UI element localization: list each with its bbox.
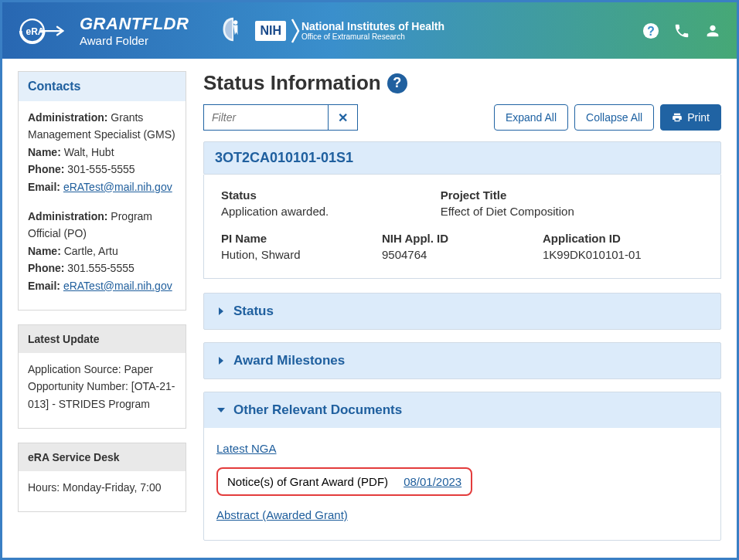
email-link[interactable]: eRATest@mail.nih.gov [63,181,172,193]
name-label: Name: [28,146,61,158]
pi-name-label: PI Name [221,232,382,245]
service-desk-body: Hours: Monday-Friday, 7:00 [19,471,186,511]
help-circle-icon[interactable]: ? [387,73,407,93]
application-id-value: 1K99DK010101-01 [543,248,703,261]
admin-label: Administration: [28,111,107,124]
app-header: eRA GRANTFLDR Award Folder NIH National … [2,2,737,59]
email-label: Email: [28,280,60,292]
chevron-right-icon [216,307,226,316]
contact-po: Administration: Program Official (PO) Na… [28,208,176,294]
docs-body: Latest NGA Notice(s) of Grant Award (PDF… [204,428,720,540]
chevron-down-icon [216,406,226,415]
project-title-label: Project Title [441,188,703,202]
contacts-panel: Contacts Administration: Grants Manageme… [18,71,186,311]
name-value: Walt, Hubt [61,146,114,158]
section-docs-label: Other Relevant Documents [233,402,402,418]
contacts-title: Contacts [19,72,186,101]
phone-value: 301-555-5555 [64,163,135,175]
help-icon[interactable]: ? [642,22,659,39]
info-card: Status Application awarded. Project Titl… [203,175,721,279]
nih-appl-id-value: 9504764 [382,248,543,261]
email-link[interactable]: eRATest@mail.nih.gov [63,280,172,292]
latest-update-body: Application Source: Paper Opportunity Nu… [19,353,186,428]
status-value: Application awarded. [221,205,441,218]
section-docs: Other Relevant Documents Latest NGA Noti… [203,392,721,541]
nih-appl-id-label: NIH Appl. ID [382,232,543,245]
email-label: Email: [28,181,60,193]
service-desk-title: eRA Service Desk [19,443,186,471]
collapse-all-button[interactable]: Collapse All [574,104,654,131]
filter-wrap: ✕ [203,104,358,131]
grant-id: 3OT2CA010101-01S1 [203,141,721,175]
print-icon [672,112,683,123]
toolbar: ✕ Expand All Collapse All Print [203,104,721,131]
main-content: Status Information ? ✕ Expand All Collap… [203,71,721,553]
hhs-logo-icon [220,15,247,46]
name-value: Cartle, Artu [61,245,118,257]
pi-name-value: Hution, Shward [221,248,382,261]
nih-badge: NIH [255,21,286,41]
phone-label: Phone: [28,163,64,175]
section-status-label: Status [233,304,274,319]
application-id-label: Application ID [543,232,703,245]
page-title: Status Information [203,71,381,95]
nih-block: NIH National Institutes of Health Office… [255,18,444,44]
nih-bracket-icon [291,18,301,44]
svg-text:eRA: eRA [26,25,45,36]
status-label: Status [221,188,441,202]
app-title: GRANTFLDR [80,14,189,34]
section-milestones-label: Award Milestones [233,353,345,368]
section-status[interactable]: Status [203,293,721,330]
svg-text:?: ? [647,24,655,37]
name-label: Name: [28,245,61,257]
contact-gms: Administration: Grants Management Specia… [28,109,176,195]
phone-label: Phone: [28,262,64,274]
filter-clear-button[interactable]: ✕ [328,105,357,130]
chevron-right-icon [216,356,226,365]
filter-input[interactable] [204,105,328,130]
sidebar: Contacts Administration: Grants Manageme… [18,71,186,553]
notice-label: Notice(s) of Grant Award (PDF) [227,475,388,488]
phone-icon[interactable] [673,22,690,39]
expand-all-button[interactable]: Expand All [494,104,568,131]
admin-label: Administration: [28,210,107,222]
page-title-row: Status Information ? [203,71,721,95]
latest-update-title: Latest Update [19,325,186,353]
notice-date-link[interactable]: 08/01/2023 [404,475,461,488]
phone-value: 301.555-5555 [64,262,134,274]
svg-point-2 [233,20,237,24]
user-icon[interactable] [704,22,721,39]
service-desk-panel: eRA Service Desk Hours: Monday-Friday, 7… [18,443,186,512]
app-subtitle: Award Folder [80,34,189,47]
print-label: Print [687,111,710,124]
print-button[interactable]: Print [660,104,721,131]
nih-name: National Institutes of Health [301,20,444,32]
app-title-block: GRANTFLDR Award Folder [80,14,189,47]
project-title-value: Effect of Diet Composition [441,205,703,218]
nih-sub: Office of Extramural Research [301,32,444,41]
era-logo: eRA [18,16,64,46]
latest-update-panel: Latest Update Application Source: Paper … [18,324,186,429]
abstract-link[interactable]: Abstract (Awarded Grant) [216,508,348,521]
section-milestones[interactable]: Award Milestones [203,342,721,379]
latest-nga-link[interactable]: Latest NGA [216,442,277,455]
notice-of-grant-award-highlight: Notice(s) of Grant Award (PDF) 08/01/202… [216,467,472,496]
section-docs-header[interactable]: Other Relevant Documents [204,392,720,428]
